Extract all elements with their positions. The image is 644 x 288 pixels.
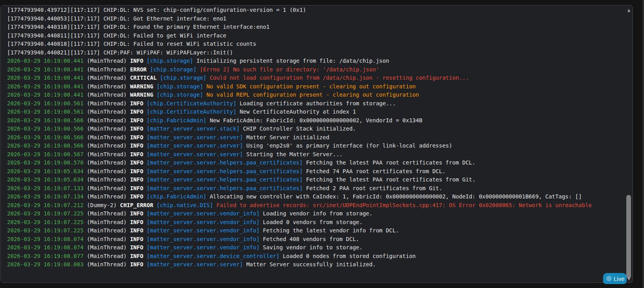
live-button-label: Live [614,276,625,282]
log-timestamp: 2026-03-29 16:19:00.441 [7,58,84,64]
log-timestamp: 2026-03-29 16:19:00.566 [7,125,84,132]
log-level: INFO [127,168,143,174]
log-timestamp: 2026-03-29 16:19:00.567 [7,151,84,157]
log-timestamp: 2026-03-29 16:19:07.134 [7,193,84,200]
log-scrollbar[interactable]: ▲ ▼ [625,6,632,282]
log-line: [1774793940.440818][117:117] CHIP:DL: Fa… [7,40,625,49]
log-line: 2026-03-29 16:19:00.561 (MainThread) INF… [7,108,625,116]
log-line: 2026-03-29 16:19:07.225 (MainThread) INF… [7,218,625,227]
log-logger-name: [matter_server.server.helpers.paa_certif… [143,168,303,174]
log-message: Fetching the latest PAA root certificate… [303,176,475,183]
log-logger-name: [matter_server.server.helpers.paa_certif… [143,185,303,191]
log-logger-name: [chip.storage] [153,83,203,90]
log-logger-name: [chip.native.DIS] [153,202,213,208]
log-line: 2026-03-29 16:19:07.225 (MainThread) INF… [7,226,625,235]
log-thread: (MainThread) [84,92,127,98]
log-message: Saving vendor info to storage. [260,244,363,251]
log-logger-name: [chip.storage] [156,75,206,81]
log-message: New CertificateAuthority at index 1 [236,108,356,115]
log-message: New FabricAdmin: FabricId: 0x00000000000… [207,117,423,123]
log-thread: (MainThread) [84,117,127,123]
log-timestamp: 2026-03-29 16:19:08.077 [7,253,84,259]
log-level: INFO [127,236,143,242]
log-level: INFO [127,185,143,191]
window-scrollbar[interactable] [642,0,644,288]
log-message: Allocating new controller with CaIndex: … [207,193,582,200]
log-level: INFO [127,253,143,259]
log-output[interactable]: [1774793940.439712][117:117] CHIP:DL: NV… [1,6,625,282]
log-level: INFO [127,125,143,132]
log-line: 2026-03-29 16:19:07.212 (Dummy-2) CHIP_E… [7,201,625,210]
log-level: INFO [127,227,143,234]
log-thread: (MainThread) [84,176,127,183]
log-level: INFO [127,117,143,123]
log-timestamp: 2026-03-29 16:19:00.441 [7,75,84,81]
log-timestamp: 2026-03-29 16:19:00.561 [7,100,84,107]
log-timestamp: 2026-03-29 16:19:00.441 [7,66,84,73]
log-thread: (MainThread) [84,219,127,225]
log-level: INFO [127,219,143,225]
log-message: Failed to advertise records: src/inet/UD… [213,202,592,208]
log-thread: (MainThread) [84,185,127,191]
log-level: WARNING [127,92,153,98]
log-timestamp: 2026-03-29 16:19:00.566 [7,117,84,123]
log-thread: (MainThread) [84,58,127,64]
log-timestamp: 2026-03-29 16:19:08.074 [7,244,84,251]
log-thread: (MainThread) [84,108,127,115]
log-thread: (MainThread) [84,253,127,259]
log-message: No valid REPL configuration present - cl… [203,92,419,98]
log-logger-name: [chip.storage] [153,92,203,98]
log-viewer-panel: [1774793940.439712][117:117] CHIP:DL: NV… [0,5,633,283]
log-message: Fetching the latest vendor info from DCL… [260,227,399,234]
log-logger-name: [matter_server.server.server] [143,134,243,140]
log-line: 2026-03-29 16:19:07.225 (MainThread) INF… [7,209,625,218]
log-level: INFO [127,151,143,157]
log-message: No valid SDK configuration present - cle… [203,83,415,90]
log-logger-name: [matter_server.server.vendor_info] [143,244,260,251]
log-line: [1774793940.440811][117:117] CHIP:DL: Fa… [7,32,625,40]
log-message: Starting the Matter Server... [243,151,342,157]
log-message: Loaded 0 vendors from storage. [260,219,363,225]
log-thread: (Dummy-2) [84,202,117,208]
log-line: 2026-03-29 16:19:08.074 (MainThread) INF… [7,243,625,252]
log-level: INFO [127,193,143,200]
log-message: CHIP Controller Stack initialized. [240,125,356,132]
log-level: INFO [127,159,143,166]
log-message: Matter Server initialized [243,134,329,140]
log-timestamp: 2026-03-29 16:19:05.634 [7,168,84,174]
log-thread: (MainThread) [84,261,127,267]
log-logger-name: [chip.CertificateAuthority] [143,108,236,115]
log-line: 2026-03-29 16:19:00.441 (MainThread) WAR… [7,91,625,99]
log-line: 2026-03-29 16:19:00.561 (MainThread) INF… [7,99,625,108]
log-timestamp: 2026-03-29 16:19:00.441 [7,83,84,90]
log-line: [1774793940.440821][117:117] CHIP:PAF: W… [7,49,625,57]
scroll-up-icon[interactable]: ▲ [625,8,632,12]
live-button[interactable]: Live [603,273,627,284]
log-logger-name: [matter_server.server.stack] [143,125,240,132]
log-thread: (MainThread) [84,236,127,242]
log-logger-name: [matter_server.server.vendor_info] [143,219,260,225]
log-level: CHIP_ERROR [117,202,153,208]
log-level: INFO [127,108,143,115]
log-level: INFO [127,261,143,267]
log-level: INFO [127,134,143,140]
log-thread: (MainThread) [84,210,127,217]
log-logger-name: [matter_server.server.helpers.paa_certif… [143,159,303,166]
log-line: 2026-03-29 16:19:00.566 (MainThread) INF… [7,133,625,142]
log-logger-name: [chip.storage] [147,66,196,73]
log-thread: (MainThread) [84,125,127,132]
log-level: INFO [127,100,143,107]
log-timestamp: 2026-03-29 16:19:00.566 [7,134,84,140]
log-line: 2026-03-29 16:19:08.074 (MainThread) INF… [7,235,625,244]
log-thread: (MainThread) [84,142,127,149]
log-line: [1774793940.439712][117:117] CHIP:DL: NV… [7,6,625,15]
scrollbar-thumb[interactable] [626,195,631,279]
log-message: Fetched 74 PAA root certificates from DC… [303,168,445,174]
log-message: Fetching the latest PAA root certificate… [303,159,475,166]
log-line: 2026-03-29 16:19:07.133 (MainThread) INF… [7,184,625,193]
log-line: 2026-03-29 16:19:00.570 (MainThread) INF… [7,159,625,167]
live-indicator-dot [606,276,612,281]
log-logger-name: [chip.CertificateAuthority] [143,100,236,107]
log-message: Could not load configuration from /data/… [207,75,469,81]
log-message: Matter Server successfully initialized. [243,261,376,267]
